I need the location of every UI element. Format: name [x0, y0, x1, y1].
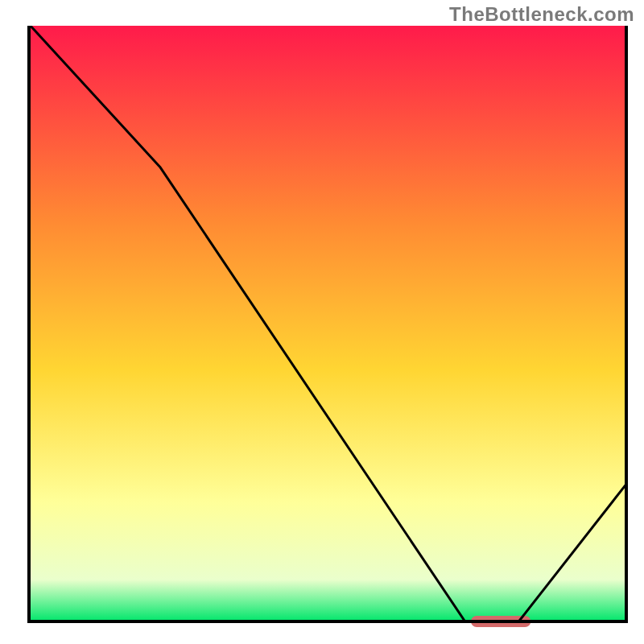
watermark-text: TheBottleneck.com [449, 3, 634, 26]
chart-svg [0, 0, 644, 644]
gradient-background [29, 24, 626, 621]
chart-frame: TheBottleneck.com [0, 0, 644, 644]
plot-area [27, 23, 628, 627]
